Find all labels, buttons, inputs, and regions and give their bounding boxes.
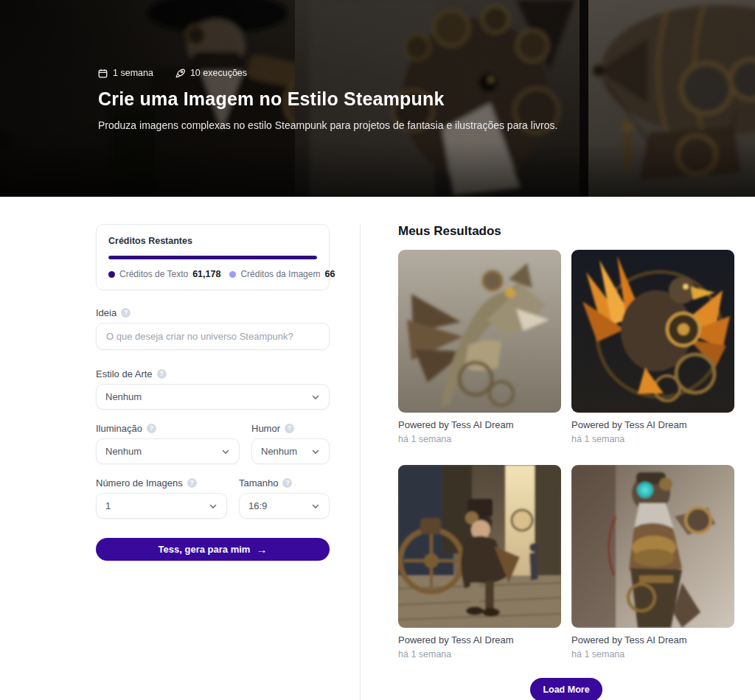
lighting-value: Nenhum [105, 446, 142, 457]
idea-input[interactable] [96, 323, 330, 350]
lighting-select[interactable]: Nenhum [96, 438, 240, 464]
result-caption: Powered by Tess AI Dream [398, 419, 561, 430]
info-icon[interactable]: ? [121, 308, 131, 318]
idea-field-group: Ideia ? [96, 307, 330, 350]
result-timestamp: há 1 semana [571, 649, 734, 659]
result-item: Powered by Tess AI Dream há 1 semana [571, 465, 734, 659]
credits-progress-fill [108, 256, 317, 259]
hero-banner: 1 semana 10 execuções Crie uma Imagem no… [0, 0, 755, 197]
result-item: Powered by Tess AI Dream há 1 semana [571, 250, 734, 444]
art-style-select[interactable]: Nenhum [96, 384, 330, 410]
credits-progress-bar [108, 256, 317, 259]
num-images-label: Número de Imagens ? [96, 477, 227, 489]
results-panel: Meus Resultados [398, 224, 734, 700]
executions-label: 10 execuções [190, 68, 247, 78]
image-credits-dot [229, 271, 236, 278]
chevron-down-icon [311, 502, 320, 511]
credits-title: Créditos Restantes [108, 236, 317, 246]
duration-label: 1 semana [113, 68, 153, 78]
num-images-value: 1 [105, 500, 111, 511]
main-content: Créditos Restantes Créditos de Texto 61,… [0, 197, 755, 700]
page-subtitle: Produza imagens complexas no estilo Stea… [98, 119, 726, 131]
page-title: Crie uma Imagem no Estilo Steampunk [98, 88, 726, 110]
generate-button[interactable]: Tess, gera para mim → [96, 538, 330, 561]
result-caption: Powered by Tess AI Dream [398, 634, 561, 645]
calendar-icon [98, 69, 108, 78]
text-credits-label: Créditos de Texto [119, 269, 188, 279]
info-icon[interactable]: ? [157, 369, 167, 379]
executions-badge: 10 execuções [175, 68, 247, 78]
art-style-field-group: Estilo de Arte ? Nenhum [96, 368, 330, 410]
credits-legend: Créditos de Texto 61,178 Créditos da Ima… [108, 269, 317, 279]
info-icon[interactable]: ? [285, 424, 294, 433]
num-images-select[interactable]: 1 [96, 493, 227, 519]
info-icon[interactable]: ? [147, 424, 156, 433]
results-grid: Powered by Tess AI Dream há 1 semana [398, 250, 734, 659]
chevron-down-icon [221, 447, 230, 456]
vertical-divider [360, 224, 361, 700]
generator-form: Créditos Restantes Créditos de Texto 61,… [96, 224, 330, 700]
lighting-mood-row: Iluminação ? Nenhum Humor ? Nenhum [96, 423, 330, 464]
result-timestamp: há 1 semana [571, 434, 734, 444]
chevron-down-icon [209, 502, 218, 511]
arrow-right-icon: → [256, 543, 267, 556]
count-size-row: Número de Imagens ? 1 Tamanho ? 16:9 [96, 477, 330, 519]
image-credits-value: 66 [324, 269, 335, 279]
idea-label: Ideia ? [96, 307, 330, 318]
result-timestamp: há 1 semana [398, 649, 561, 659]
size-label: Tamanho ? [239, 477, 330, 489]
mood-select[interactable]: Nenhum [251, 438, 330, 464]
size-select[interactable]: 16:9 [239, 493, 330, 519]
art-style-value: Nenhum [105, 391, 142, 402]
duration-badge: 1 semana [98, 68, 153, 78]
chevron-down-icon [311, 393, 320, 402]
lighting-label: Iluminação ? [96, 423, 240, 434]
load-more-container: Load More [398, 678, 734, 700]
result-thumbnail-dragon[interactable] [398, 250, 561, 413]
info-icon[interactable]: ? [187, 478, 197, 488]
art-style-label: Estilo de Arte ? [96, 368, 330, 379]
result-caption: Powered by Tess AI Dream [571, 634, 734, 645]
rocket-icon [175, 69, 185, 78]
size-value: 16:9 [248, 500, 267, 511]
results-title: Meus Resultados [398, 224, 734, 239]
mood-value: Nenhum [261, 446, 297, 457]
hero-badges: 1 semana 10 execuções [98, 68, 726, 78]
chevron-down-icon [311, 447, 320, 456]
info-icon[interactable]: ? [282, 478, 292, 488]
mood-label: Humor ? [251, 423, 330, 434]
result-item: Powered by Tess AI Dream há 1 semana [398, 250, 561, 444]
lighting-field-group: Iluminação ? Nenhum [96, 423, 240, 464]
result-thumbnail-robot-woman[interactable] [571, 465, 734, 628]
load-more-button[interactable]: Load More [530, 678, 602, 700]
image-credits-label: Créditos da Imagem [240, 269, 320, 279]
result-item: Powered by Tess AI Dream há 1 semana [398, 465, 561, 659]
credits-card: Créditos Restantes Créditos de Texto 61,… [96, 224, 330, 290]
generate-button-label: Tess, gera para mim [159, 544, 251, 555]
mood-field-group: Humor ? Nenhum [251, 423, 330, 464]
size-field-group: Tamanho ? 16:9 [239, 477, 330, 519]
result-thumbnail-phoenix[interactable] [571, 250, 734, 413]
result-caption: Powered by Tess AI Dream [571, 419, 734, 430]
text-credits-dot [108, 271, 115, 278]
num-images-field-group: Número de Imagens ? 1 [96, 477, 227, 519]
result-thumbnail-child-street[interactable] [398, 465, 561, 628]
text-credits-value: 61,178 [192, 269, 220, 279]
result-timestamp: há 1 semana [398, 434, 561, 444]
